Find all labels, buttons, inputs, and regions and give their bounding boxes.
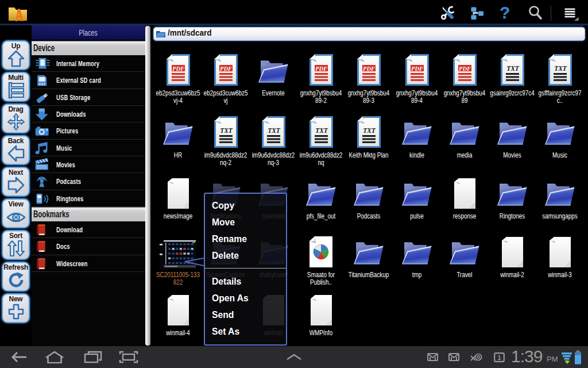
svg-text:1: 1: [498, 355, 501, 361]
